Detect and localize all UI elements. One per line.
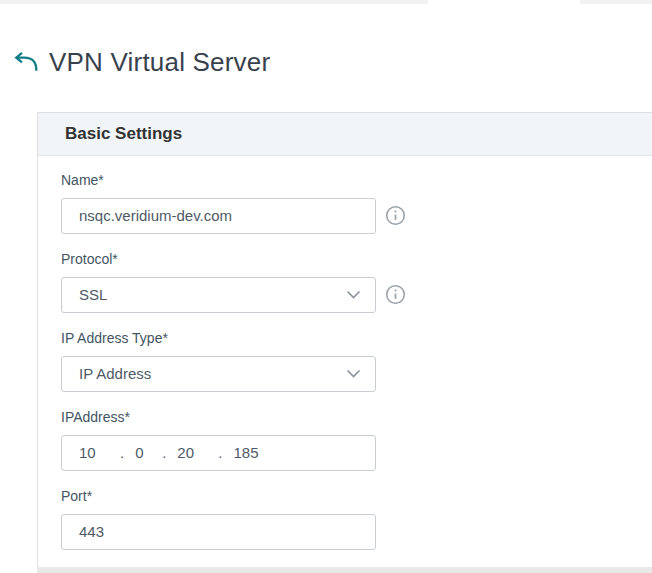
top-edge-strip bbox=[0, 0, 652, 4]
panel-body: Name* Protocol* SSL bbox=[38, 156, 652, 573]
ip-address-type-label: IP Address Type* bbox=[61, 330, 652, 346]
panel-header-title: Basic Settings bbox=[65, 124, 182, 144]
ip-address-type-selected-value: IP Address bbox=[79, 365, 346, 382]
name-row bbox=[61, 198, 652, 234]
protocol-row: SSL bbox=[61, 277, 652, 313]
ip-address-label: IPAddress* bbox=[61, 409, 652, 425]
protocol-info-button[interactable] bbox=[384, 284, 406, 306]
ip-address-type-row: IP Address bbox=[61, 356, 652, 392]
ip-dot-separator: . bbox=[162, 444, 166, 461]
ip-octet-4-input[interactable] bbox=[234, 444, 264, 461]
port-input[interactable] bbox=[61, 514, 376, 550]
info-icon bbox=[385, 205, 406, 226]
chevron-down-icon bbox=[346, 369, 361, 378]
protocol-label: Protocol* bbox=[61, 251, 652, 267]
protocol-select[interactable]: SSL bbox=[61, 277, 376, 313]
port-label: Port* bbox=[61, 488, 652, 504]
ip-address-input-group: . . . bbox=[61, 435, 376, 471]
ip-octet-3-input[interactable] bbox=[177, 444, 207, 461]
page-header: VPN Virtual Server bbox=[0, 4, 652, 97]
ip-octet-1-input[interactable] bbox=[79, 444, 109, 461]
name-info-button[interactable] bbox=[384, 205, 406, 227]
page-title: VPN Virtual Server bbox=[49, 45, 270, 79]
info-icon bbox=[385, 284, 406, 305]
back-button[interactable] bbox=[10, 49, 40, 75]
ip-octet-2-input[interactable] bbox=[135, 444, 151, 461]
name-label: Name* bbox=[61, 172, 652, 188]
ip-dot-separator: . bbox=[218, 444, 222, 461]
panel-header: Basic Settings bbox=[38, 113, 652, 156]
protocol-selected-value: SSL bbox=[79, 286, 346, 303]
next-section-header-strip bbox=[37, 567, 652, 573]
ip-address-type-select[interactable]: IP Address bbox=[61, 356, 376, 392]
port-row bbox=[61, 514, 652, 550]
name-input[interactable] bbox=[61, 198, 376, 234]
chevron-down-icon bbox=[346, 290, 361, 299]
basic-settings-panel: Basic Settings Name* Protocol* SSL bbox=[37, 112, 652, 573]
ip-dot-separator: . bbox=[120, 444, 124, 461]
back-arrow-icon bbox=[11, 50, 39, 74]
